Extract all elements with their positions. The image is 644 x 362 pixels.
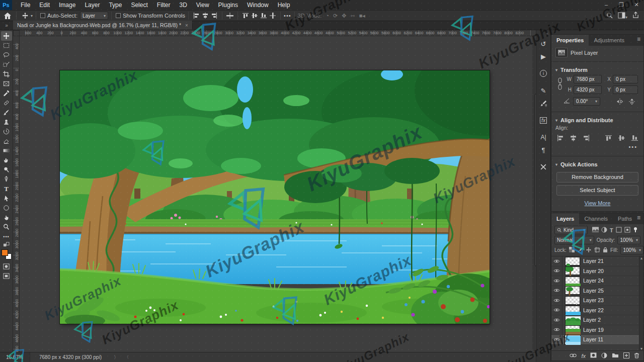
distribute-v-icon[interactable] bbox=[268, 12, 277, 20]
flip-horizontal-icon[interactable] bbox=[615, 98, 624, 106]
layer-thumbnail[interactable] bbox=[565, 277, 580, 285]
layer-name[interactable]: Layer 2 bbox=[583, 317, 601, 323]
share-icon[interactable] bbox=[632, 12, 639, 20]
align-middle-v-icon[interactable] bbox=[617, 134, 625, 142]
vertical-ruler[interactable]: 4002000200400600800100012001400160018002… bbox=[13, 36, 20, 352]
panel-menu-icon[interactable]: ≡ bbox=[637, 35, 643, 46]
lock-pixels-icon[interactable] bbox=[577, 247, 583, 254]
distribute-h-icon[interactable] bbox=[225, 12, 234, 20]
type-tool[interactable]: T bbox=[1, 184, 12, 194]
minimize-button[interactable]: – bbox=[599, 0, 614, 10]
search-icon[interactable] bbox=[606, 12, 613, 20]
lock-position-icon[interactable] bbox=[586, 247, 592, 254]
tab-overflow-icon[interactable]: » bbox=[0, 22, 13, 30]
show-transform-checkbox[interactable] bbox=[116, 13, 121, 18]
menu-image[interactable]: Image bbox=[54, 0, 80, 10]
zoom-tool[interactable] bbox=[1, 222, 12, 232]
align-right-icon[interactable] bbox=[583, 134, 591, 142]
menu-filter[interactable]: Filter bbox=[152, 0, 175, 10]
swap-colors-icon[interactable] bbox=[1, 241, 12, 248]
layer-row[interactable]: Layer 23 bbox=[551, 296, 643, 306]
layer-thumbnail[interactable] bbox=[565, 306, 580, 314]
ruler-corner[interactable] bbox=[13, 30, 20, 36]
layer-style-icon[interactable]: fx bbox=[581, 353, 586, 359]
pen-tool[interactable] bbox=[1, 174, 12, 184]
layer-visibility-icon[interactable] bbox=[551, 286, 562, 296]
collapse-panels-icon[interactable]: « bbox=[546, 31, 550, 37]
tab-paths[interactable]: Paths bbox=[613, 213, 637, 224]
layer-thumbnail[interactable] bbox=[565, 316, 580, 324]
clone-stamp-tool[interactable] bbox=[1, 117, 12, 127]
chevron-down-icon[interactable]: ▾ bbox=[31, 14, 33, 18]
layer-visibility-icon[interactable] bbox=[551, 306, 562, 315]
auto-select-checkbox[interactable] bbox=[40, 13, 45, 18]
menu-3d[interactable]: 3D bbox=[175, 0, 191, 10]
layer-row[interactable]: Layer 2 bbox=[551, 315, 643, 325]
canvas-scrollbar[interactable] bbox=[532, 37, 535, 351]
path-selection-tool[interactable] bbox=[1, 194, 12, 203]
smudge-tool[interactable] bbox=[1, 155, 12, 165]
layer-mask-icon[interactable] bbox=[590, 352, 597, 359]
align-center-h-icon[interactable] bbox=[570, 134, 578, 142]
shape-tool[interactable] bbox=[1, 203, 12, 213]
layer-name[interactable]: Layer 20 bbox=[583, 268, 604, 274]
document-tab[interactable]: Nadi or Jungle ka Background-Web.psd @ 1… bbox=[13, 21, 193, 30]
app-logo[interactable]: Ps bbox=[0, 0, 12, 10]
align-top-icon[interactable] bbox=[604, 134, 612, 142]
align-right-icon[interactable] bbox=[210, 12, 219, 20]
y-field[interactable]: 0 px bbox=[613, 85, 638, 94]
brushes-panel-icon[interactable] bbox=[537, 97, 549, 109]
move-tool-preset-icon[interactable] bbox=[20, 11, 31, 20]
menu-view[interactable]: View bbox=[192, 0, 214, 10]
tab-adjustments[interactable]: Adjustments bbox=[589, 35, 629, 46]
menu-window[interactable]: Window bbox=[243, 0, 273, 10]
layer-visibility-icon[interactable] bbox=[551, 335, 562, 344]
layer-row[interactable]: Layer 25 bbox=[551, 286, 643, 296]
object-selection-tool[interactable] bbox=[1, 60, 12, 69]
filter-shape-icon[interactable] bbox=[616, 227, 622, 234]
color-swatches[interactable] bbox=[2, 249, 12, 259]
status-chevron2-icon[interactable]: 〈 bbox=[122, 354, 132, 360]
layer-row[interactable]: Layer 20 bbox=[551, 266, 643, 277]
dodge-tool[interactable] bbox=[1, 165, 12, 174]
menu-type[interactable]: Type bbox=[104, 0, 126, 10]
new-layer-icon[interactable] bbox=[623, 352, 629, 359]
foreground-color-swatch[interactable] bbox=[2, 249, 8, 256]
align-bottom-icon[interactable] bbox=[259, 12, 268, 20]
layer-name[interactable]: Layer 23 bbox=[583, 297, 604, 303]
layer-name[interactable]: Layer 21 bbox=[583, 258, 604, 264]
filter-adjustment-icon[interactable] bbox=[601, 227, 607, 234]
layer-name[interactable]: Layer 25 bbox=[583, 288, 604, 294]
history-brush-tool[interactable] bbox=[1, 127, 12, 136]
width-field[interactable]: 7680 px bbox=[574, 75, 602, 83]
brush-settings-panel-icon[interactable]: ✎ bbox=[537, 84, 549, 97]
filter-pixel-icon[interactable] bbox=[592, 227, 599, 233]
layer-visibility-icon[interactable] bbox=[551, 325, 562, 335]
layer-thumbnail[interactable] bbox=[565, 286, 580, 295]
tools-extra-icon[interactable] bbox=[537, 161, 549, 173]
layer-list-scrollbar[interactable]: ▲▼ bbox=[639, 256, 643, 350]
layer-row[interactable]: Layer 11 bbox=[551, 335, 643, 345]
tab-close-icon[interactable]: × bbox=[185, 23, 188, 28]
quick-actions-header[interactable]: ▾ Quick Actions bbox=[551, 158, 643, 169]
menu-layer[interactable]: Layer bbox=[80, 0, 104, 10]
link-layers-icon[interactable] bbox=[570, 353, 577, 359]
workspace-switcher-icon[interactable]: ▾ bbox=[618, 12, 627, 20]
align-middle-v-icon[interactable] bbox=[250, 12, 259, 20]
styles-panel-icon[interactable]: fx bbox=[537, 114, 549, 126]
lock-all-icon[interactable] bbox=[603, 247, 608, 254]
tab-channels[interactable]: Channels bbox=[579, 213, 612, 224]
screen-mode-icon[interactable] bbox=[1, 271, 12, 281]
filter-toggle-icon[interactable] bbox=[633, 227, 638, 234]
menu-help[interactable]: Help bbox=[273, 0, 295, 10]
menu-edit[interactable]: Edit bbox=[35, 0, 54, 10]
height-field[interactable]: 4320 px bbox=[574, 85, 602, 94]
layer-name[interactable]: Layer 22 bbox=[583, 307, 604, 313]
close-button[interactable]: ✕ bbox=[629, 0, 644, 10]
layer-thumbnail[interactable] bbox=[565, 266, 580, 275]
filter-smart-object-icon[interactable] bbox=[624, 227, 630, 234]
align-bottom-icon[interactable] bbox=[630, 134, 638, 142]
lock-transparency-icon[interactable] bbox=[569, 247, 575, 253]
layer-visibility-icon[interactable] bbox=[551, 315, 562, 325]
frame-tool[interactable] bbox=[1, 79, 12, 88]
